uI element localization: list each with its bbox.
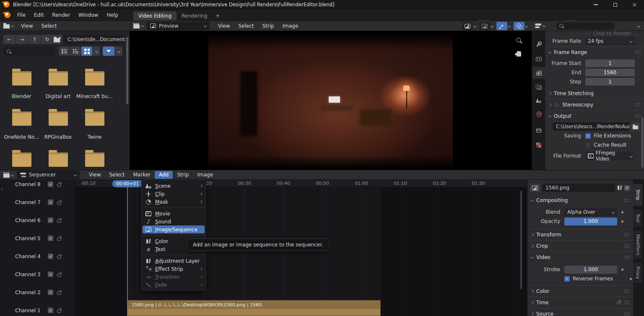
end-field[interactable]: 1560 (585, 69, 635, 76)
folder-label[interactable]: OneNote No... (3, 134, 40, 140)
chevron-down-icon[interactable] (508, 24, 511, 27)
zoom-tool-icon[interactable] (516, 38, 521, 44)
drag-dots-icon[interactable] (624, 244, 630, 248)
channel-mute-checkbox[interactable] (48, 272, 53, 277)
editor-type-button[interactable] (130, 23, 147, 28)
add-menu-item-movie[interactable]: Movie (142, 210, 205, 218)
create-folder-button[interactable] (51, 35, 62, 44)
tab-collection[interactable] (532, 124, 545, 136)
tab-texture[interactable] (532, 139, 545, 151)
properties-scrollbar[interactable] (641, 117, 643, 168)
channel-mute-checkbox[interactable] (48, 199, 53, 205)
menu-help[interactable]: Help (102, 12, 122, 18)
up-button[interactable]: ↑ (29, 35, 41, 44)
chevron-down-icon[interactable] (473, 24, 476, 27)
add-menu-item-effect-strip[interactable]: Effect Strip (142, 265, 205, 273)
folder-item[interactable] (3, 68, 40, 85)
step-field[interactable]: 1 (585, 78, 635, 85)
channel-lock-icon[interactable] (57, 220, 61, 223)
source-section-header[interactable]: Source (527, 310, 633, 316)
channel-lock-icon[interactable] (57, 256, 61, 259)
fb-menu-select[interactable]: Select (37, 23, 61, 29)
add-menu-item-clip[interactable]: Clip (142, 190, 205, 198)
tab-view-layer[interactable] (532, 81, 545, 93)
time-section-header[interactable]: Time (527, 298, 633, 307)
pv-menu-strip[interactable]: Strip (258, 23, 278, 29)
fb-search-input[interactable] (3, 47, 55, 56)
folder-item[interactable] (40, 149, 76, 167)
channel-lock-icon[interactable] (57, 238, 61, 241)
tab-proxy[interactable]: Proxy (633, 262, 643, 284)
gizmos-toggle-button[interactable] (496, 22, 507, 30)
current-frame-badge[interactable]: 00:00+01 (112, 180, 143, 187)
seq-menu-select[interactable]: Select (105, 172, 129, 178)
seq-menu-view[interactable]: View (85, 172, 105, 178)
view-type-dropdown[interactable]: Preview (147, 22, 210, 30)
playhead[interactable] (127, 187, 128, 316)
pv-menu-image[interactable]: Image (278, 23, 303, 29)
channel-lock-icon[interactable] (57, 310, 61, 313)
animate-dot[interactable] (621, 211, 623, 213)
seq-menu-strip[interactable]: Strip (173, 172, 193, 178)
drag-dots-icon[interactable] (635, 103, 641, 107)
lock-icon[interactable] (617, 301, 621, 304)
folder-item[interactable] (3, 108, 40, 126)
tab-video-editing[interactable]: Video Editing (133, 11, 177, 21)
strip-color-tag-icon[interactable] (617, 185, 622, 190)
tab-tool[interactable]: Tool (633, 209, 643, 228)
blender-menu-icon[interactable] (4, 12, 10, 18)
chevron-down-icon[interactable] (491, 24, 493, 27)
crop-to-render-checkbox[interactable] (585, 31, 591, 36)
display-channels-button[interactable] (462, 22, 473, 30)
animate-dot[interactable] (630, 278, 632, 280)
frame-range-section-header[interactable]: Frame Range (545, 48, 644, 57)
display-size-dropdown[interactable] (93, 47, 100, 56)
maximize-button[interactable] (605, 0, 625, 9)
image-strip[interactable]: 1560.png | //..\..\..\..\..\Desktop\6084… (127, 300, 381, 316)
color-section-header[interactable]: Color (527, 287, 633, 295)
tab-tool[interactable] (532, 39, 545, 50)
channel-mute-checkbox[interactable] (48, 236, 53, 241)
menu-window[interactable]: Window (74, 12, 102, 18)
menu-render[interactable]: Render (48, 12, 74, 18)
tab-output[interactable] (532, 67, 545, 79)
add-menu-item-transition[interactable]: ↔ Transition (142, 273, 205, 281)
transform-section-header[interactable]: Transform (527, 231, 633, 239)
overlays-toggle-button[interactable] (514, 22, 525, 30)
chevron-down-icon[interactable] (637, 24, 640, 27)
region-expand-icon[interactable]: › (1, 186, 3, 192)
preview-shading-button[interactable] (479, 22, 490, 30)
folder-item[interactable] (76, 108, 113, 126)
channel-mute-checkbox[interactable] (48, 308, 53, 313)
properties-search-input[interactable] (556, 22, 615, 30)
editor-type-button[interactable] (0, 172, 17, 178)
stereoscopy-section-header[interactable]: Stereoscopy (545, 101, 644, 109)
tab-world[interactable] (532, 108, 545, 120)
opacity-slider[interactable]: 1.000 (564, 218, 617, 225)
strip-enable-checkbox[interactable] (624, 185, 630, 191)
add-menu-item-adjustment-layer[interactable]: Adjustment Layer (142, 257, 205, 265)
compositing-section-header[interactable]: Compositing (527, 196, 633, 205)
drag-dots-icon[interactable] (624, 198, 630, 202)
drag-dots-icon[interactable] (624, 289, 630, 293)
seq-view-type-dropdown[interactable]: Sequencer (17, 171, 80, 179)
add-workspace-button[interactable]: + (212, 11, 223, 21)
frame-start-field[interactable]: 1 (585, 60, 635, 67)
drag-dots-icon[interactable] (624, 255, 630, 259)
folder-label[interactable]: Blender (3, 93, 40, 99)
folder-label[interactable]: Digital art (40, 93, 76, 99)
pv-menu-view[interactable]: View (214, 23, 234, 29)
output-section-header[interactable]: Output (545, 112, 644, 120)
minimize-button[interactable] (586, 0, 605, 9)
horizontal-list-button[interactable] (70, 47, 81, 56)
file-format-dropdown[interactable]: FFmpeg Video (585, 152, 635, 160)
editor-type-button[interactable] (532, 23, 548, 28)
blend-mode-dropdown[interactable]: Alpha Over (564, 208, 617, 216)
tab-render[interactable] (532, 53, 545, 65)
drag-dots-icon[interactable] (624, 233, 630, 237)
time-stretching-section-header[interactable]: Time Stretching (545, 89, 644, 98)
drag-dots-icon[interactable] (624, 300, 630, 305)
menu-file[interactable]: File (13, 12, 30, 18)
crop-section-header[interactable]: Crop (527, 242, 633, 250)
cache-result-checkbox[interactable] (585, 142, 591, 148)
